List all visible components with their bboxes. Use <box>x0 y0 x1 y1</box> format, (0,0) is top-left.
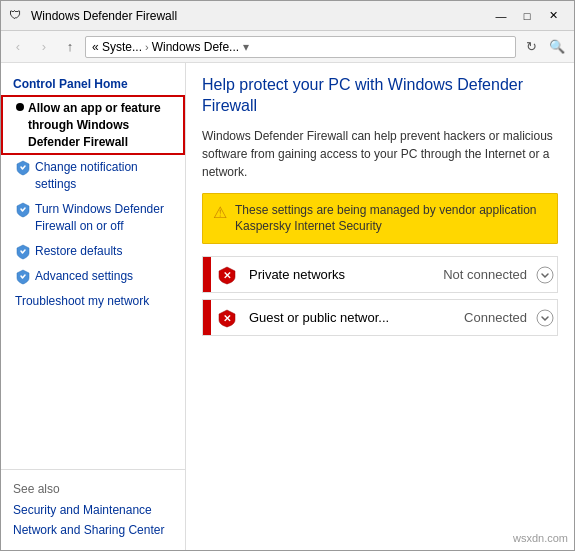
see-also-label: See also <box>1 478 185 500</box>
svg-text:✕: ✕ <box>223 270 231 281</box>
sidebar-item-advanced[interactable]: Advanced settings <box>1 264 185 289</box>
sidebar-item-troubleshoot-text: Troubleshoot my network <box>15 293 149 310</box>
private-network-chevron-icon[interactable] <box>533 263 557 287</box>
private-network-status: Not connected <box>437 257 533 292</box>
svg-point-1 <box>537 267 553 283</box>
back-button[interactable]: ‹ <box>7 36 29 58</box>
public-network-chevron-icon[interactable] <box>533 306 557 330</box>
sidebar-also-security-text: Security and Maintenance <box>13 503 152 517</box>
path-segment-2: Windows Defe... <box>152 40 239 54</box>
main-window: 🛡 Windows Defender Firewall — □ ✕ ‹ › ↑ … <box>0 0 575 551</box>
search-button[interactable]: 🔍 <box>546 36 568 58</box>
sidebar: Control Panel Home Allow an app or featu… <box>1 63 186 550</box>
sidebar-item-troubleshoot[interactable]: Troubleshoot my network <box>1 289 185 314</box>
up-button[interactable]: ↑ <box>59 36 81 58</box>
sidebar-home-label: Control Panel Home <box>1 73 185 95</box>
public-network-status: Connected <box>458 300 533 335</box>
selected-bullet <box>16 103 24 111</box>
main-area: Control Panel Home Allow an app or featu… <box>1 63 574 550</box>
public-network-item[interactable]: ✕ Guest or public networ... Connected <box>202 299 558 336</box>
window-title: Windows Defender Firewall <box>31 9 488 23</box>
sidebar-item-notifications[interactable]: Change notification settings <box>1 155 185 197</box>
address-path[interactable]: « Syste... › Windows Defe... ▾ <box>85 36 516 58</box>
address-bar: ‹ › ↑ « Syste... › Windows Defe... ▾ ↻ 🔍 <box>1 31 574 63</box>
public-network-color-bar <box>203 300 211 335</box>
warning-icon: ⚠ <box>213 203 227 222</box>
maximize-button[interactable]: □ <box>514 6 540 26</box>
svg-point-3 <box>537 310 553 326</box>
warning-banner: ⚠ These settings are being managed by ve… <box>202 193 558 245</box>
path-separator: › <box>145 41 149 53</box>
minimize-button[interactable]: — <box>488 6 514 26</box>
sidebar-item-turn-on-off[interactable]: Turn Windows Defender Firewall on or off <box>1 197 185 239</box>
forward-button[interactable]: › <box>33 36 55 58</box>
sidebar-item-allow-app-text: Allow an app or feature through Windows … <box>28 100 172 150</box>
shield-icon-advanced <box>15 269 31 285</box>
public-network-shield-icon: ✕ <box>215 306 239 330</box>
refresh-button[interactable]: ↻ <box>520 36 542 58</box>
sidebar-item-turn-text: Turn Windows Defender Firewall on or off <box>35 201 173 235</box>
private-network-item[interactable]: ✕ Private networks Not connected <box>202 256 558 293</box>
window-controls: — □ ✕ <box>488 6 566 26</box>
private-network-color-bar <box>203 257 211 292</box>
sidebar-item-allow-app[interactable]: Allow an app or feature through Windows … <box>1 95 185 155</box>
sidebar-also-network[interactable]: Network and Sharing Center <box>1 520 185 540</box>
public-network-name: Guest or public networ... <box>243 300 458 335</box>
shield-icon-turn <box>15 202 31 218</box>
svg-text:✕: ✕ <box>223 313 231 324</box>
title-bar: 🛡 Windows Defender Firewall — □ ✕ <box>1 1 574 31</box>
content-description: Windows Defender Firewall can help preve… <box>202 127 558 181</box>
sidebar-see-also: See also Security and Maintenance Networ… <box>1 469 185 540</box>
sidebar-item-restore-text: Restore defaults <box>35 243 122 260</box>
sidebar-also-security[interactable]: Security and Maintenance <box>1 500 185 520</box>
shield-icon-notifications <box>15 160 31 176</box>
window-icon: 🛡 <box>9 8 25 24</box>
close-button[interactable]: ✕ <box>540 6 566 26</box>
sidebar-item-notifications-text: Change notification settings <box>35 159 173 193</box>
sidebar-item-advanced-text: Advanced settings <box>35 268 133 285</box>
sidebar-also-network-text: Network and Sharing Center <box>13 523 164 537</box>
content-panel: Help protect your PC with Windows Defend… <box>186 63 574 550</box>
path-dropdown-icon[interactable]: ▾ <box>243 40 249 54</box>
private-network-shield-icon: ✕ <box>215 263 239 287</box>
path-segment-1: « Syste... <box>92 40 142 54</box>
shield-icon-restore <box>15 244 31 260</box>
private-network-name: Private networks <box>243 257 437 292</box>
content-title: Help protect your PC with Windows Defend… <box>202 75 558 117</box>
warning-text: These settings are being managed by vend… <box>235 202 547 236</box>
sidebar-item-restore[interactable]: Restore defaults <box>1 239 185 264</box>
